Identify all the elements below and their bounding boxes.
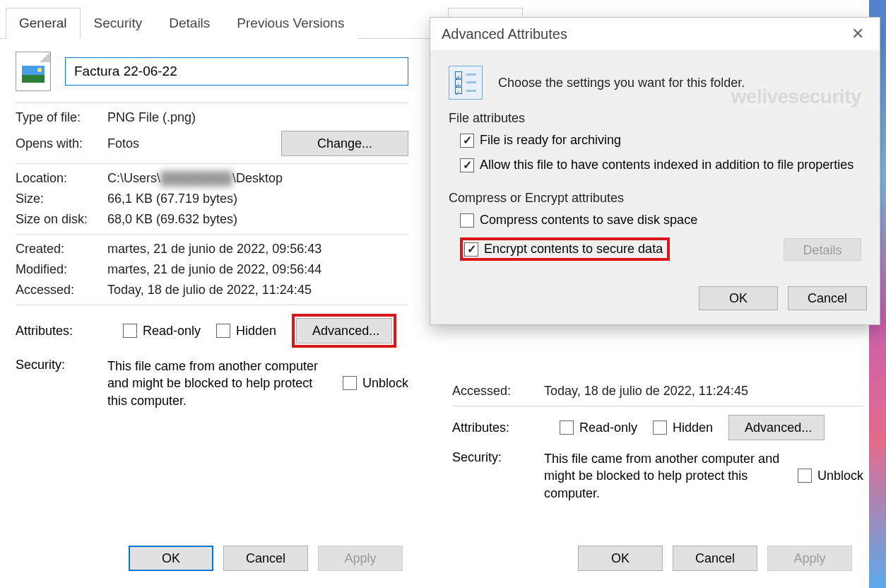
size-on-disk-value: 68,0 KB (69.632 bytes) bbox=[107, 212, 408, 227]
attributes-label-r: Attributes: bbox=[452, 421, 544, 435]
tab-security[interactable]: Security bbox=[81, 8, 156, 39]
dialog-buttons-right: OK Cancel Apply bbox=[578, 546, 852, 571]
encrypt-highlight: Encrypt contents to secure data bbox=[460, 237, 670, 261]
accessed-label-r: Accessed: bbox=[452, 384, 544, 399]
modified-label: Modified: bbox=[16, 262, 107, 277]
cancel-button-r[interactable]: Cancel bbox=[673, 546, 757, 571]
compress-checkbox[interactable]: Compress contents to save disk space bbox=[460, 213, 861, 228]
security-message-r: This file came from another computer and… bbox=[544, 450, 798, 502]
adv-title-text: Advanced Attributes bbox=[442, 26, 567, 42]
apply-button[interactable]: Apply bbox=[318, 546, 403, 571]
compress-encrypt-title: Compress or Encrypt attributes bbox=[449, 191, 861, 206]
security-message: This file came from another computer and… bbox=[107, 358, 343, 409]
accessed-value: Today, 18 de julio de 2022, 11:24:45 bbox=[107, 283, 408, 298]
tab-general[interactable]: General bbox=[6, 8, 81, 39]
checklist-icon bbox=[449, 66, 483, 100]
adv-cancel-button[interactable]: Cancel bbox=[788, 286, 867, 310]
close-icon[interactable]: ✕ bbox=[847, 25, 868, 43]
advanced-button[interactable]: Advanced... bbox=[296, 318, 392, 343]
file-type-icon bbox=[16, 52, 51, 91]
details-button[interactable]: Details bbox=[784, 238, 861, 261]
filename-input[interactable] bbox=[65, 57, 408, 86]
file-attributes-title: File attributes bbox=[449, 111, 861, 126]
apply-button-r[interactable]: Apply bbox=[767, 546, 852, 571]
security-label: Security: bbox=[16, 358, 107, 372]
accessed-value-r: Today, 18 de julio de 2022, 11:24:45 bbox=[544, 384, 863, 399]
unblock-checkbox[interactable]: Unblock bbox=[343, 376, 408, 391]
properties-window-left: General Security Details Previous Versio… bbox=[0, 0, 424, 588]
location-value: C:\Users\████████\Desktop bbox=[107, 171, 408, 186]
advanced-attributes-dialog: Advanced Attributes ✕ welivesecurity Cho… bbox=[430, 17, 880, 325]
advanced-highlight: Advanced... bbox=[292, 314, 396, 348]
encrypt-checkbox[interactable]: Encrypt contents to secure data bbox=[464, 242, 663, 257]
unblock-checkbox-r[interactable]: Unblock bbox=[798, 469, 863, 483]
tab-previous-versions[interactable]: Previous Versions bbox=[223, 8, 358, 39]
change-button[interactable]: Change... bbox=[281, 131, 408, 156]
security-label-r: Security: bbox=[452, 450, 544, 465]
tab-bar: General Security Details Previous Versio… bbox=[0, 0, 424, 39]
hidden-checkbox-r[interactable]: Hidden bbox=[653, 421, 713, 435]
created-label: Created: bbox=[16, 242, 107, 257]
hidden-checkbox[interactable]: Hidden bbox=[216, 324, 276, 339]
ok-button-r[interactable]: OK bbox=[578, 546, 663, 571]
size-value: 66,1 KB (67.719 bytes) bbox=[107, 192, 408, 206]
adv-instruction: Choose the settings you want for this fo… bbox=[498, 76, 745, 90]
readonly-checkbox[interactable]: Read-only bbox=[123, 324, 201, 339]
cancel-button[interactable]: Cancel bbox=[223, 546, 308, 571]
readonly-checkbox-r[interactable]: Read-only bbox=[560, 421, 637, 435]
tab-details[interactable]: Details bbox=[155, 8, 223, 39]
type-value: PNG File (.png) bbox=[107, 110, 408, 125]
size-on-disk-label: Size on disk: bbox=[16, 212, 107, 227]
ok-button[interactable]: OK bbox=[129, 546, 213, 571]
modified-value: martes, 21 de junio de 2022, 09:56:44 bbox=[107, 262, 408, 277]
dialog-buttons-left: OK Cancel Apply bbox=[129, 546, 403, 571]
opens-with-value: Fotos bbox=[107, 136, 139, 151]
size-label: Size: bbox=[16, 192, 107, 206]
archive-checkbox[interactable]: File is ready for archiving bbox=[460, 133, 861, 148]
advanced-button-r[interactable]: Advanced... bbox=[728, 415, 825, 440]
accessed-label: Accessed: bbox=[16, 283, 107, 298]
location-label: Location: bbox=[16, 171, 107, 186]
attributes-label: Attributes: bbox=[16, 324, 107, 339]
type-label: Type of file: bbox=[16, 110, 107, 125]
index-checkbox[interactable]: Allow this file to have contents indexed… bbox=[460, 158, 861, 172]
created-value: martes, 21 de junio de 2022, 09:56:43 bbox=[107, 242, 408, 257]
adv-ok-button[interactable]: OK bbox=[699, 286, 778, 310]
opens-with-label: Opens with: bbox=[16, 136, 107, 151]
